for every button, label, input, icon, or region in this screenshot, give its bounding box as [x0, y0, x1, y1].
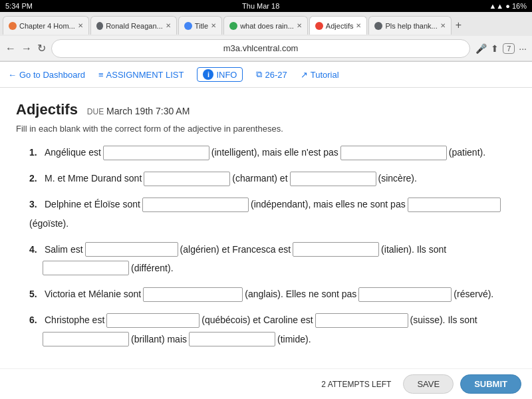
text-part: Christophe est: [45, 312, 104, 329]
exercise-list: 1. Angélique est (intelligent), mais ell…: [29, 144, 516, 348]
input-6a[interactable]: [106, 313, 200, 328]
tab-close[interactable]: ✕: [78, 22, 83, 29]
address-bar: ← → ↻ m3a.vhlcentral.com 🎤 ⬆ 7 ···: [0, 36, 532, 61]
tab-close[interactable]: ✕: [297, 22, 302, 29]
submit-button[interactable]: SUBMIT: [460, 374, 521, 394]
tab-rain[interactable]: what does rain... ✕: [223, 16, 308, 35]
url-bar[interactable]: m3a.vhlcentral.com: [51, 39, 470, 58]
exercise-item-5: 5. Victoria et Mélanie sont (anglais). E…: [29, 286, 516, 303]
due-label: DUE: [87, 107, 104, 116]
forward-button[interactable]: →: [21, 43, 32, 55]
pages-button[interactable]: ⧉ 26-27: [256, 69, 287, 80]
input-6c[interactable]: [43, 332, 129, 346]
text-part: (algérien) et Francesca est: [180, 241, 291, 258]
info-label: INFO: [216, 70, 237, 80]
text-part: (brillant) mais: [131, 331, 187, 348]
tab-help[interactable]: Pls help thank... ✕: [368, 16, 451, 35]
tab-label: Chapter 4 Hom...: [19, 22, 75, 30]
page-toolbar: ← Go to Dashboard ≡ ASSIGNMENT LIST i IN…: [0, 62, 532, 88]
bottom-bar: 2 ATTEMPTS LEFT SAVE SUBMIT: [0, 368, 532, 399]
tab-close[interactable]: ✕: [356, 22, 361, 29]
text-part: Salim est: [45, 241, 83, 258]
exercise-item-2: 2. M. et Mme Durand sont (charmant) et (…: [29, 170, 516, 187]
text-part: (indépendant), mais elles ne sont pas: [251, 196, 406, 213]
text-part: (suisse). Ils sont: [410, 312, 477, 329]
status-time: 5:34 PM: [5, 2, 33, 10]
input-4c[interactable]: [43, 261, 129, 275]
mic-button[interactable]: 🎤: [475, 43, 487, 54]
share-button[interactable]: ⬆: [491, 43, 499, 54]
tab-icon: [374, 22, 382, 30]
pages-icon: ⧉: [256, 69, 262, 80]
tabs-count-button[interactable]: 7: [503, 43, 515, 54]
input-5a[interactable]: [143, 287, 243, 302]
assignment-title: Adjectifs: [16, 101, 78, 118]
text-part: Victoria et Mélanie sont: [45, 286, 141, 303]
item-num: 4.: [29, 241, 43, 258]
new-tab-button[interactable]: +: [453, 19, 464, 31]
text-part: (égoïste).: [29, 215, 68, 232]
info-icon: i: [203, 69, 213, 80]
tab-icon: [9, 22, 17, 30]
info-button[interactable]: i INFO: [197, 67, 243, 82]
tab-close[interactable]: ✕: [211, 22, 216, 29]
tab-adjectifs[interactable]: Adjectifs ✕: [309, 16, 368, 35]
text-part: Delphine et Éloïse sont: [45, 196, 140, 213]
input-4b[interactable]: [293, 242, 379, 257]
input-4a[interactable]: [85, 242, 178, 257]
tutorial-icon: ↗: [301, 70, 308, 80]
tab-icon: [315, 22, 323, 30]
back-arrow-icon: ←: [8, 70, 17, 80]
exercise-item-6: 6. Christophe est (québécois) et Carolin…: [29, 312, 516, 347]
text-part: (intelligent), mais elle n'est pas: [211, 144, 338, 161]
text-part: (sincère).: [378, 170, 417, 187]
tab-label: Title: [195, 22, 208, 30]
tab-title[interactable]: Title ✕: [178, 16, 222, 35]
reload-button[interactable]: ↻: [37, 42, 46, 55]
tab-chapter[interactable]: Chapter 4 Hom... ✕: [3, 16, 89, 35]
url-text: m3a.vhlcentral.com: [223, 43, 299, 53]
tab-label: what does rain...: [240, 22, 294, 30]
item-num: 6.: [29, 312, 43, 329]
tutorial-button[interactable]: ↗ Tutorial: [301, 70, 339, 80]
status-day: Thu Mar 18: [242, 2, 279, 10]
assignment-list-label: ASSIGNMENT LIST: [106, 70, 184, 80]
text-part: (patient).: [449, 144, 485, 161]
input-2b[interactable]: [290, 172, 376, 186]
tutorial-label: Tutorial: [311, 70, 339, 80]
text-part: (anglais). Elles ne sont pas: [245, 286, 356, 303]
input-1a[interactable]: [103, 146, 209, 160]
assignment-list-button[interactable]: ≡ ASSIGNMENT LIST: [98, 70, 184, 80]
input-1b[interactable]: [340, 146, 447, 160]
back-button[interactable]: ←: [5, 43, 16, 55]
status-bar: 5:34 PM Thu Mar 18 ▲▲ ● 16%: [0, 0, 532, 12]
input-2a[interactable]: [144, 172, 230, 186]
go-to-dashboard-button[interactable]: ← Go to Dashboard: [8, 70, 85, 80]
text-part: (réservé).: [454, 286, 493, 303]
list-icon: ≡: [98, 70, 104, 80]
input-3a[interactable]: [142, 198, 249, 212]
main-content: Adjectifs DUE March 19th 7:30 AM Fill in…: [0, 88, 532, 395]
input-5b[interactable]: [358, 287, 452, 302]
item-num: 3.: [29, 196, 43, 213]
tab-icon: [229, 22, 237, 30]
tab-close[interactable]: ✕: [166, 22, 171, 29]
input-6d[interactable]: [189, 332, 275, 346]
browser-actions: 🎤 ⬆ 7 ···: [475, 43, 527, 54]
text-part: Angélique est: [45, 144, 101, 161]
more-button[interactable]: ···: [519, 43, 527, 54]
attempts-left: 2 ATTEMPTS LEFT: [321, 380, 391, 389]
exercise-item-3: 3. Delphine et Éloïse sont (indépendant)…: [29, 196, 516, 231]
input-6b[interactable]: [315, 313, 408, 328]
tab-close[interactable]: ✕: [440, 22, 446, 29]
exercise-item-1: 1. Angélique est (intelligent), mais ell…: [29, 144, 516, 161]
exercise-item-4: 4. Salim est (algérien) et Francesca est…: [29, 241, 516, 277]
tab-bar: Chapter 4 Hom... ✕ Ronald Reagan... ✕ Ti…: [0, 12, 532, 36]
status-icons: ▲▲ ● 16%: [489, 2, 527, 10]
text-part: (différent).: [131, 260, 174, 277]
dashboard-label: Go to Dashboard: [19, 70, 85, 80]
tab-label: Pls help thank...: [385, 22, 437, 30]
input-3b[interactable]: [408, 198, 501, 212]
tab-reagan[interactable]: Ronald Reagan... ✕: [90, 16, 177, 35]
save-button[interactable]: SAVE: [403, 374, 454, 394]
